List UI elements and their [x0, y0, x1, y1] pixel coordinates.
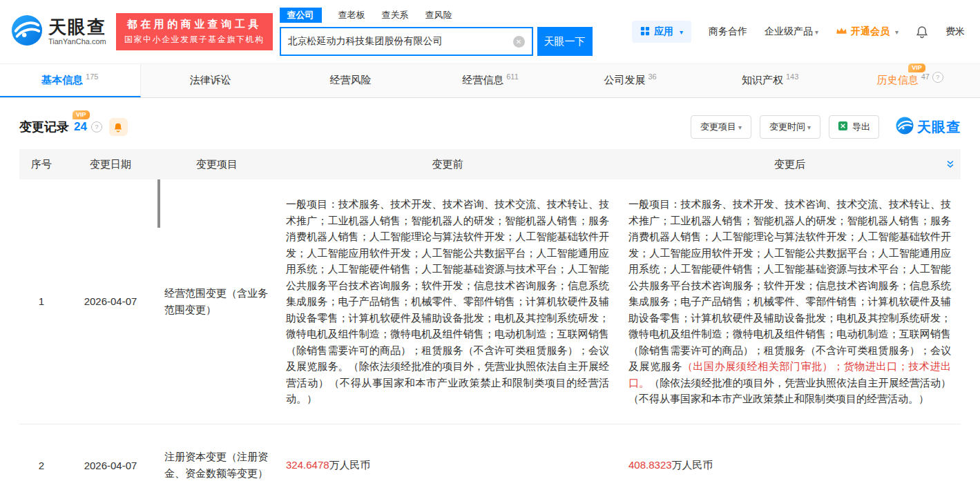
tab-count: 36	[648, 72, 656, 81]
promo-banner-line2: 国家中小企业发展子基金旗下机构	[124, 34, 265, 46]
history-tab-inner: VIP 历史信息 47 ?	[877, 74, 943, 87]
search-tab-boss[interactable]: 查老板	[338, 9, 365, 21]
help-icon[interactable]: ?	[932, 72, 943, 83]
tab-label: 经营信息	[462, 74, 503, 87]
tab-label: 法律诉讼	[190, 74, 231, 87]
tab-intellectual-property[interactable]: 知识产权 143	[700, 64, 840, 97]
search-box: ✕	[280, 27, 533, 56]
col-header-date: 变更日期	[64, 149, 157, 179]
before-text: 一般项目：技术服务、技术开发、技术咨询、技术交流、技术转让、技术推广；工业机器人…	[286, 198, 609, 404]
col-header-after: 变更后	[619, 149, 961, 179]
vip-label: 开通会员	[851, 26, 890, 38]
clear-icon[interactable]: ✕	[513, 36, 525, 48]
page: 天眼查 TianYanCha.com 都在用的商业查询工具 国家中小企业发展子基…	[0, 0, 980, 481]
capital-value: 324.6478	[286, 459, 329, 471]
help-icon[interactable]: ?	[91, 121, 102, 132]
cell-before: 324.6478万人民币	[276, 424, 619, 481]
col-header-item: 变更项目	[157, 149, 276, 179]
tianyancha-logo[interactable]: 天眼查 TianYanCha.com	[11, 14, 113, 49]
vip-badge: VIP	[73, 110, 90, 119]
search-button[interactable]: 天眼一下	[537, 27, 593, 56]
company-nav-tabs: 基本信息 175 法律诉讼 经营风险 经营信息 611 公司发展 36 知识产权…	[0, 63, 980, 98]
link-enterprise-products[interactable]: 企业级产品 ▾	[765, 26, 818, 38]
section-title-group: 变更记录 VIP 24 ?	[19, 118, 128, 136]
section-title: 变更记录	[19, 119, 69, 135]
chevron-down-icon: ▾	[815, 28, 818, 36]
crown-icon	[836, 26, 847, 37]
tab-label: 基本信息	[41, 74, 83, 87]
tab-company-development[interactable]: 公司发展 36	[560, 64, 700, 97]
apps-label: 应用	[654, 26, 673, 38]
tab-legal-litigation[interactable]: 法律诉讼	[141, 64, 281, 97]
search-tab-relation[interactable]: 查关系	[382, 9, 409, 21]
brand-text: 天眼查	[917, 118, 961, 137]
search-tab-company[interactable]: 查公司	[280, 8, 322, 23]
tab-label: 知识产权	[742, 74, 783, 87]
link-business-cooperation[interactable]: 商务合作	[709, 26, 747, 38]
search-input[interactable]	[281, 36, 513, 47]
after-text-main: 一般项目：技术服务、技术开发、技术咨询、技术交流、技术转让、技术推广；工业机器人…	[628, 198, 951, 372]
tab-label: 历史信息	[877, 74, 919, 87]
chevron-down-icon: ▾	[738, 124, 742, 131]
user-menu[interactable]: 费米	[945, 26, 965, 38]
filter-label: 变更时间	[769, 121, 805, 133]
promo-banner-line1: 都在用的商业查询工具	[124, 18, 265, 31]
chevron-down-icon: ▾	[680, 28, 683, 36]
search-tabs: 查公司 查老板 查关系 查风险	[280, 8, 593, 23]
chevron-down-icon: ▾	[895, 28, 899, 36]
table-header-row: 序号 变更日期 变更项目 变更前 变更后	[19, 149, 961, 179]
tab-label: 经营风险	[329, 74, 371, 87]
chevron-down-icon: ▾	[807, 124, 811, 131]
tianyancha-logo-icon	[11, 14, 43, 49]
tab-history-info[interactable]: VIP 历史信息 47 ?	[840, 64, 980, 97]
tab-operation-risk[interactable]: 经营风险	[280, 64, 421, 97]
search-row: ✕ 天眼一下	[280, 27, 593, 56]
section-toolbar: 变更项目 ▾ 变更时间 ▾ 导出	[691, 115, 961, 139]
col-header-no: 序号	[19, 149, 64, 179]
enterprise-label: 企业级产品	[765, 26, 813, 38]
subscribe-bell-icon[interactable]	[109, 118, 128, 136]
top-right-nav: 应用 ▾ 商务合作 企业级产品 ▾ 开通会员 ▾ 费米	[632, 21, 965, 43]
tab-count: 143	[786, 72, 798, 81]
cell-change-item: 经营范围变更（含业务范围变更）	[157, 179, 276, 424]
vip-badge: VIP	[908, 63, 925, 72]
cell-no: 2	[19, 424, 64, 481]
top-header: 天眼查 TianYanCha.com 都在用的商业查询工具 国家中小企业发展子基…	[0, 0, 980, 63]
logo-brand: 天眼查	[48, 18, 106, 37]
change-item-text: 注册资本变更（注册资金、资金数额等变更）	[164, 451, 268, 479]
tianyancha-brand-logo: 天眼查	[896, 117, 961, 137]
collapse-all-icon[interactable]	[945, 159, 955, 169]
capital-value: 408.8323	[628, 459, 672, 471]
cell-no: 1	[19, 179, 64, 424]
cell-date: 2026-04-07	[64, 179, 157, 424]
after-text-tail: （除依法须经批准的项目外，凭营业执照依法自主开展经营活动）（不得从事国家和本市产…	[628, 377, 951, 405]
tianyancha-logo-icon	[896, 117, 914, 137]
filter-label: 变更项目	[700, 121, 736, 133]
tab-count: 611	[506, 72, 519, 81]
logo-text: 天眼查 TianYanCha.com	[48, 18, 106, 46]
col-header-after-label: 变更后	[774, 158, 805, 170]
table-row: 1 2026-04-07 经营范围变更（含业务范围变更） 一般项目：技术服务、技…	[19, 179, 961, 424]
change-record-table: 序号 变更日期 变更项目 变更前 变更后 1 2026-04	[19, 149, 961, 481]
col-header-before: 变更前	[276, 149, 619, 179]
search-area: 查公司 查老板 查关系 查风险 ✕ 天眼一下	[280, 8, 593, 56]
export-button[interactable]: 导出	[829, 115, 879, 139]
filter-change-time[interactable]: 变更时间 ▾	[760, 115, 820, 139]
tab-label: 公司发展	[604, 74, 645, 87]
tab-operation-info[interactable]: 经营信息 611	[421, 64, 561, 97]
cell-after: 408.8323万人民币	[619, 424, 961, 481]
promo-banner: 都在用的商业查询工具 国家中小企业发展子基金旗下机构	[116, 13, 273, 50]
section-count-wrap: VIP 24	[74, 120, 87, 134]
change-record-section-header: 变更记录 VIP 24 ? 变更项目 ▾ 变更时间 ▾	[0, 98, 980, 149]
column-scrollbar-thumb[interactable]	[157, 179, 160, 228]
tab-basic-info[interactable]: 基本信息 175	[0, 64, 141, 97]
cell-change-item: 注册资本变更（注册资金、资金数额等变更）	[157, 424, 276, 481]
notification-bell-icon[interactable]	[916, 26, 928, 39]
change-item-text: 经营范围变更（含业务范围变更）	[164, 287, 268, 315]
link-open-vip[interactable]: 开通会员 ▾	[836, 26, 899, 38]
capital-unit: 万人民币	[672, 459, 713, 471]
cell-after: 一般项目：技术服务、技术开发、技术咨询、技术交流、技术转让、技术推广；工业机器人…	[619, 179, 961, 424]
search-tab-risk[interactable]: 查风险	[425, 9, 452, 21]
filter-change-item[interactable]: 变更项目 ▾	[691, 115, 751, 139]
apps-menu[interactable]: 应用 ▾	[632, 21, 691, 43]
